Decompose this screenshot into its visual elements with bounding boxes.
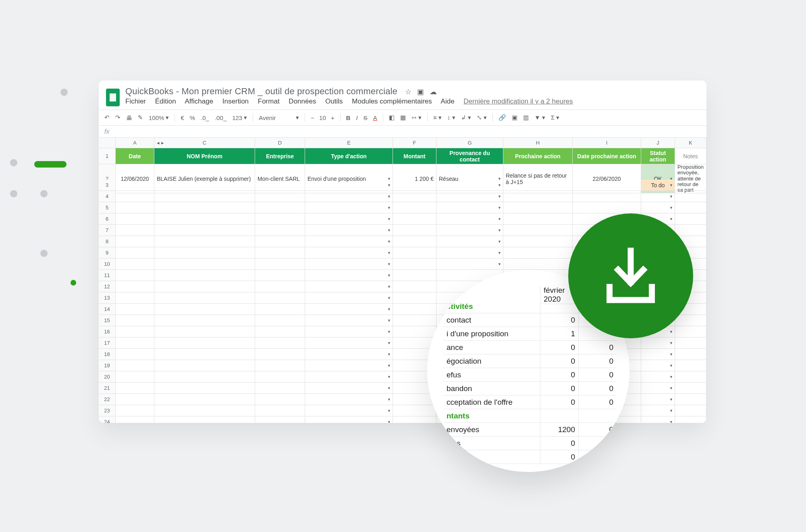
dropdown-icon[interactable]: ▼ (669, 330, 673, 334)
menu-fichier[interactable]: Fichier (125, 97, 146, 105)
formula-bar[interactable]: fx (99, 126, 706, 138)
dropdown-icon[interactable]: ▼ (387, 375, 391, 379)
dropdown-icon[interactable]: ▼ (387, 273, 391, 277)
dropdown-icon[interactable]: ▼ (387, 397, 391, 402)
sheets-logo-icon (106, 89, 120, 106)
dropdown-icon[interactable]: ▼ (387, 217, 391, 221)
dropdown-icon[interactable]: ▼ (498, 262, 501, 266)
dropdown-icon[interactable]: ▼ (669, 409, 673, 413)
strike-button[interactable]: S (364, 114, 368, 121)
dropdown-icon[interactable]: ▼ (387, 386, 391, 390)
number-format-select[interactable]: 123 ▾ (232, 114, 247, 121)
dropdown-icon[interactable]: ▼ (669, 397, 673, 402)
dropdown-icon[interactable]: ▼ (498, 183, 501, 187)
col-provenance: Provenance du contact (436, 148, 503, 164)
empty-row[interactable]: 5▼▼▼ (99, 202, 706, 213)
col-montant: Montant (393, 148, 436, 164)
comment-icon[interactable]: ▣ (512, 114, 517, 121)
dropdown-icon[interactable]: ▼ (387, 285, 391, 289)
functions-icon[interactable]: Σ ▾ (551, 114, 559, 121)
dropdown-icon[interactable]: ▼ (387, 240, 391, 244)
fill-color-icon[interactable]: ◧ (389, 114, 395, 121)
valign-icon[interactable]: ↕ ▾ (447, 114, 455, 121)
dropdown-icon[interactable]: ▼ (669, 364, 673, 368)
dropdown-icon[interactable]: ▼ (387, 228, 391, 232)
last-modified[interactable]: Dernière modification il y a 2 heures (463, 97, 573, 105)
dropdown-icon[interactable]: ▼ (498, 228, 501, 232)
dropdown-icon[interactable]: ▼ (669, 341, 673, 345)
header-row: 1 Date NOM Prénom Entreprise Type d'acti… (99, 148, 706, 164)
col-prochaine: Prochaine action (503, 148, 573, 164)
bold-button[interactable]: B (346, 114, 351, 121)
dropdown-icon[interactable]: ▼ (669, 375, 673, 379)
data-row[interactable]: 2 12/06/2020 BLAISE Julien (exemple à su… (99, 164, 706, 180)
text-color-button[interactable]: A (373, 114, 377, 121)
font-size-select[interactable]: − 10 + (311, 114, 334, 121)
print-icon[interactable]: 🖶 (126, 114, 132, 121)
borders-icon[interactable]: ▦ (400, 114, 406, 121)
dropdown-icon[interactable]: ▼ (387, 330, 391, 334)
star-icon[interactable]: ☆ (405, 87, 411, 96)
redo-icon[interactable]: ↷ (115, 114, 120, 121)
dropdown-icon[interactable]: ▼ (498, 251, 501, 255)
download-button[interactable] (568, 213, 693, 338)
col-type-action: Type d'action (305, 148, 393, 164)
move-folder-icon[interactable]: ▣ (417, 87, 424, 96)
dropdown-icon[interactable]: ▼ (387, 307, 391, 311)
dropdown-icon[interactable]: ▼ (669, 386, 673, 390)
menu-affichage[interactable]: Affichage (185, 97, 214, 105)
menu-donnees[interactable]: Données (289, 97, 316, 105)
halign-icon[interactable]: ≡ ▾ (433, 114, 442, 121)
percent-button[interactable]: % (190, 114, 195, 121)
dropdown-icon[interactable]: ▼ (498, 206, 501, 210)
paint-format-icon[interactable]: ✎ (138, 114, 143, 121)
dropdown-icon[interactable]: ▼ (387, 409, 391, 413)
undo-icon[interactable]: ↶ (104, 114, 110, 121)
currency-button[interactable]: € (181, 114, 184, 121)
dropdown-icon[interactable]: ▼ (498, 195, 501, 199)
dropdown-icon[interactable]: ▼ (387, 364, 391, 368)
chart-icon[interactable]: ▥ (523, 114, 529, 121)
dropdown-icon[interactable]: ▼ (669, 420, 673, 423)
dropdown-icon[interactable]: ▼ (387, 195, 391, 199)
zoom-select[interactable]: 100% ▾ (149, 114, 169, 121)
dropdown-icon[interactable]: ▼ (387, 183, 391, 187)
dropdown-icon[interactable]: ▼ (387, 262, 391, 266)
font-select[interactable]: Avenir ▾ (259, 114, 299, 121)
decrease-decimal-button[interactable]: .0_ (201, 114, 209, 121)
wrap-icon[interactable]: ↲ ▾ (461, 114, 471, 121)
empty-row[interactable]: 4▼▼▼ (99, 191, 706, 202)
dropdown-icon[interactable]: ▼ (669, 195, 673, 199)
dropdown-icon[interactable]: ▼ (669, 183, 673, 187)
col-statut: Statut action (641, 148, 675, 164)
dropdown-icon[interactable]: ▼ (669, 217, 673, 221)
dropdown-icon[interactable]: ▼ (669, 206, 673, 210)
dropdown-icon[interactable]: ▼ (669, 352, 673, 356)
document-title[interactable]: QuickBooks - Mon premier CRM _ outil de … (125, 86, 397, 96)
rotate-icon[interactable]: ⤡ ▾ (477, 114, 487, 121)
dropdown-icon[interactable]: ▼ (387, 341, 391, 345)
menu-aide[interactable]: Aide (441, 97, 455, 105)
panel-section-activites: ctivités (443, 300, 540, 313)
menu-outils[interactable]: Outils (325, 97, 343, 105)
filter-icon[interactable]: ▼ ▾ (534, 114, 545, 121)
dropdown-icon[interactable]: ▼ (387, 296, 391, 300)
dropdown-icon[interactable]: ▼ (498, 217, 501, 221)
data-row[interactable]: 3 ▼ ▼ To do▼ (99, 180, 706, 191)
menu-edition[interactable]: Édition (155, 97, 176, 105)
increase-decimal-button[interactable]: .00_ (215, 114, 226, 121)
dropdown-icon[interactable]: ▼ (498, 240, 501, 244)
link-icon[interactable]: 🔗 (499, 114, 506, 121)
menu-insertion[interactable]: Insertion (222, 97, 249, 105)
merge-cells-icon[interactable]: ⇿ ▾ (411, 114, 422, 121)
dropdown-icon[interactable]: ▼ (387, 206, 391, 210)
dropdown-icon[interactable]: ▼ (387, 251, 391, 255)
col-date: Date (116, 148, 154, 164)
download-icon (600, 246, 661, 306)
dropdown-icon[interactable]: ▼ (387, 420, 391, 423)
italic-button[interactable]: I (356, 114, 358, 121)
dropdown-icon[interactable]: ▼ (387, 319, 391, 323)
menu-format[interactable]: Format (258, 97, 280, 105)
dropdown-icon[interactable]: ▼ (387, 352, 391, 356)
menu-modules[interactable]: Modules complémentaires (352, 97, 432, 105)
